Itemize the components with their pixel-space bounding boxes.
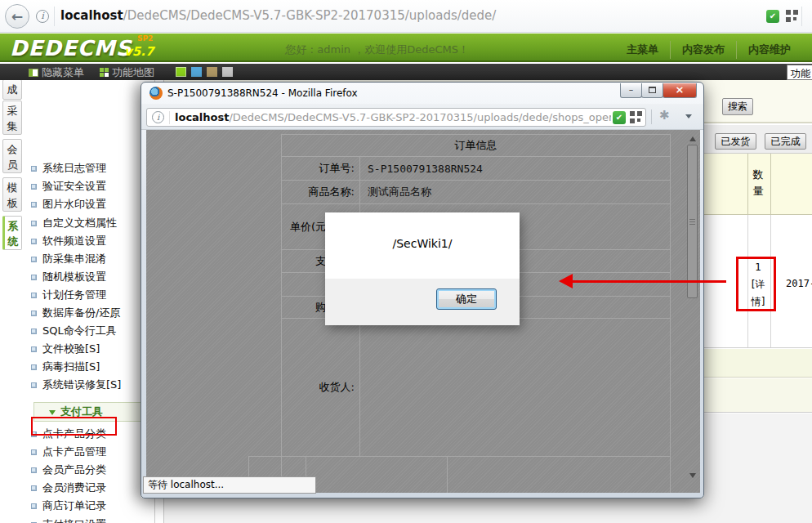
sidebar-item-random-template[interactable]: 随机模板设置 bbox=[31, 270, 106, 288]
sidebar-item-task-plan[interactable]: 计划任务管理 bbox=[31, 288, 106, 306]
dedecms-logo: DEDECMS bbox=[10, 36, 132, 60]
sidebar-item-file-check[interactable]: 文件校验[S] bbox=[31, 342, 100, 360]
sidebar-item-soft-channel[interactable]: 软件频道设置 bbox=[31, 234, 106, 252]
consignee-label: 收货人: bbox=[282, 319, 355, 456]
bullet-icon bbox=[31, 166, 37, 172]
theme-swatches bbox=[176, 67, 233, 77]
bullet-icon bbox=[31, 364, 37, 370]
back-arrow-icon: ← bbox=[11, 8, 23, 25]
sidebar-item-pay-interface[interactable]: 支付接口设置 bbox=[31, 517, 106, 523]
scroll-down-icon[interactable] bbox=[689, 473, 696, 478]
status-bar-text: 等待 localhost... bbox=[143, 476, 316, 494]
swatch-gray[interactable] bbox=[222, 67, 233, 77]
tab-generate[interactable]: 成 bbox=[2, 79, 22, 100]
maximize-button[interactable] bbox=[641, 83, 663, 98]
swatch-tan[interactable] bbox=[207, 67, 217, 77]
sidebar-item-custom-doc-attr[interactable]: 自定义文档属性 bbox=[31, 216, 117, 234]
sidebar-item-sql-tool[interactable]: SQL命令行工具 bbox=[31, 324, 117, 342]
security-shield-icon[interactable]: ✔ bbox=[766, 10, 779, 23]
product-name-value: 测试商品名称 bbox=[368, 181, 431, 203]
hide-menu-button[interactable]: 隐藏菜单 bbox=[29, 65, 84, 80]
sidebar-item-card-manage[interactable]: 点卡产品管理 bbox=[31, 445, 106, 463]
sidebar-item-member-consume[interactable]: 会员消费记录 bbox=[31, 481, 106, 498]
popup-page-content: 订单信息 订单号: S-P1500791388RN524 商品名称: 测试商品名… bbox=[146, 130, 700, 493]
vertical-scrollbar[interactable] bbox=[687, 132, 698, 491]
sidebar-item-syslog[interactable]: 系统日志管理 bbox=[31, 161, 106, 179]
chevron-down-icon[interactable] bbox=[685, 114, 692, 118]
addon-icon[interactable]: ✱ bbox=[659, 108, 670, 123]
bullet-icon bbox=[31, 275, 37, 280]
filter-done-button[interactable]: 已完成 bbox=[765, 133, 806, 150]
function-map-icon bbox=[100, 68, 109, 77]
sidebar-item-verify-safety[interactable]: 验证安全设置 bbox=[31, 179, 106, 197]
function-corner-button[interactable]: 功能 bbox=[787, 65, 812, 80]
bullet-icon bbox=[31, 467, 37, 473]
minimize-button[interactable]: – bbox=[620, 83, 642, 98]
alert-footer: 确定 bbox=[325, 279, 520, 325]
buyer-label: 购 bbox=[282, 297, 326, 318]
swatch-green[interactable] bbox=[176, 67, 186, 77]
bullet-icon bbox=[31, 329, 37, 334]
sidebar-item-watermark[interactable]: 图片水印设置 bbox=[31, 197, 106, 215]
ok-button[interactable]: 确定 bbox=[436, 288, 497, 310]
menu-content-maintain[interactable]: 内容维护 bbox=[736, 41, 802, 59]
search-button[interactable]: 搜索 bbox=[722, 98, 753, 115]
bullet-icon bbox=[31, 382, 37, 388]
bullet-icon bbox=[31, 449, 37, 455]
scroll-up-icon[interactable] bbox=[689, 136, 696, 141]
sidebar-item-error-repair[interactable]: 系统错误修复[S] bbox=[31, 378, 121, 396]
popup-title-bar[interactable]: S-P1500791388RN524 - Mozilla Firefox – × bbox=[141, 83, 703, 104]
popup-address-bar[interactable]: i localhost/DedeCMS/DedeCMS-V5.7-GBK-SP2… bbox=[146, 108, 646, 127]
sidebar-item-shop-orders[interactable]: 商店订单记录 bbox=[31, 498, 106, 516]
tab-collect[interactable]: 采集 bbox=[2, 101, 22, 135]
bullet-icon bbox=[31, 346, 37, 352]
table-line bbox=[447, 456, 448, 493]
sidebar: 系统日志管理 验证安全设置 图片水印设置 自定义文档属性 软件频道设置 防采集串… bbox=[23, 80, 155, 523]
tab-system[interactable]: 系统 bbox=[2, 216, 22, 250]
function-map-button[interactable]: 功能地图 bbox=[100, 65, 154, 80]
sidebar-item-member-product-category[interactable]: 会员产品分类 bbox=[31, 463, 106, 481]
order-row-number: 订单号: S-P1500791388RN524 bbox=[282, 157, 670, 181]
page-info-icon[interactable]: i bbox=[152, 111, 164, 123]
back-button[interactable]: ← bbox=[5, 4, 29, 29]
close-button[interactable]: × bbox=[663, 83, 697, 98]
dark-toolbar: 隐藏菜单 功能地图 bbox=[0, 64, 812, 80]
popup-title-text: S-P1500791388RN524 - Mozilla Firefox bbox=[167, 87, 358, 99]
qr-code-icon[interactable] bbox=[630, 111, 642, 123]
security-shield-icon[interactable]: ✔ bbox=[613, 111, 626, 124]
order-row-consignee: 收货人: bbox=[282, 319, 670, 457]
url-host: localhost bbox=[60, 8, 123, 23]
divider bbox=[169, 111, 170, 124]
swatch-blue[interactable] bbox=[191, 67, 202, 77]
bullet-icon bbox=[31, 311, 37, 316]
page-info-icon[interactable]: i bbox=[36, 10, 49, 23]
dedecms-header: DEDECMS v5.7 SP2 您好：admin ，欢迎使用DedeCMS！ … bbox=[0, 34, 812, 62]
tab-template[interactable]: 模板 bbox=[2, 177, 22, 212]
bullet-icon bbox=[31, 293, 37, 298]
bullet-icon bbox=[31, 221, 37, 226]
divider bbox=[54, 7, 55, 26]
address-bar[interactable]: localhost/DedeCMS/DedeCMS-V5.7-GBK-SP2-2… bbox=[60, 8, 698, 25]
bullet-icon bbox=[31, 184, 37, 190]
screen: ← i localhost/DedeCMS/DedeCMS-V5.7-GBK-S… bbox=[0, 0, 812, 523]
chevron-down-icon bbox=[49, 410, 56, 415]
sidebar-item-anti-collect[interactable]: 防采集串混淆 bbox=[31, 252, 106, 270]
alert-message: /SecWiki1/ bbox=[325, 237, 520, 250]
menu-content-publish[interactable]: 内容发布 bbox=[670, 41, 736, 59]
sidebar-item-db-backup[interactable]: 数据库备份/还原 bbox=[31, 306, 120, 324]
divider bbox=[651, 110, 652, 124]
tab-member[interactable]: 会员 bbox=[2, 139, 22, 173]
js-alert-dialog: /SecWiki1/ 确定 bbox=[325, 212, 520, 325]
scrollbar-thumb[interactable] bbox=[687, 145, 698, 298]
sidebar-item-virus-scan[interactable]: 病毒扫描[S] bbox=[31, 360, 100, 378]
url-host: localhost bbox=[175, 111, 229, 123]
filter-shipped-button[interactable]: 已发货 bbox=[715, 133, 756, 150]
url-path: /DedeCMS/DedeCMS-V5.7-GBK-SP2-20170315/u… bbox=[123, 8, 497, 23]
divider bbox=[801, 7, 802, 26]
menu-main[interactable]: 主菜单 bbox=[615, 41, 670, 59]
qr-code-icon[interactable] bbox=[786, 10, 798, 22]
greeting-text: 您好：admin ，欢迎使用DedeCMS！ bbox=[285, 42, 469, 57]
payment-label: 支 bbox=[282, 250, 326, 272]
url-path: /DedeCMS/DedeCMS-V5.7-GBK-SP2-20170315/u… bbox=[229, 111, 611, 123]
order-row-product: 商品名称: 测试商品名称 bbox=[282, 181, 670, 204]
